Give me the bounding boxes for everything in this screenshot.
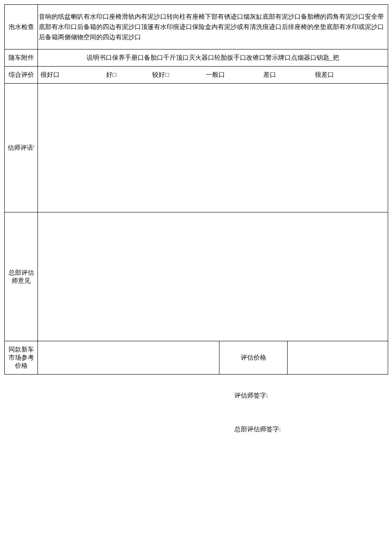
hq-appraiser-signature-label: 总部评估师签字: — [234, 425, 388, 433]
eval-good: 好□ — [86, 71, 136, 79]
eval-very-good: 很好口 — [40, 71, 86, 79]
hq-appraiser-opinion-label: 总部评估师意见 — [5, 212, 38, 341]
eval-average: 一般口 — [185, 71, 245, 79]
eval-bad: 差口 — [245, 71, 294, 79]
signature-block: 评估师签字: 总部评估师签字: — [4, 392, 388, 433]
row-appraiser-comment: 估师评语' — [5, 84, 388, 212]
appraiser-signature-label: 评估师签字: — [234, 392, 388, 400]
water-check-label: 泡水检查 — [5, 5, 38, 49]
row-overall-eval: 综合评价 很好口 好□ 较好□ 一般口 差口 很差口 — [5, 67, 388, 84]
eval-options-row: 很好口 好□ 较好□ 一般口 差口 很差口 — [39, 71, 387, 79]
accessories-content: 说明书口保养手册口备胎口千斤顶口灭火器口轮胎扳手口改锥口警示牌口点烟器口钥匙_把 — [38, 49, 388, 67]
appraisal-price-value — [288, 341, 388, 375]
evaluation-form-table: 泡水检查 音响的纸盆喇叭有水印口座椅滑轨内有泥沙口转向柱有座椅下部有锈迹口烟灰缸… — [4, 4, 388, 375]
same-model-price-label: 同款新车市场参考价格 — [5, 341, 38, 375]
accessories-label: 随车附件 — [5, 49, 38, 67]
same-model-price-value — [38, 341, 219, 375]
eval-fairly-good: 较好□ — [136, 71, 185, 79]
appraiser-comment-label: 估师评语' — [5, 84, 38, 212]
overall-eval-label: 综合评价 — [5, 67, 38, 84]
row-hq-appraiser-opinion: 总部评估师意见 — [5, 212, 388, 341]
appraisal-price-label: 评估价格 — [219, 341, 288, 375]
appraiser-comment-content — [38, 84, 388, 212]
water-check-content: 音响的纸盆喇叭有水印口座椅滑轨内有泥沙口转向柱有座椅下部有锈迹口烟灰缸底部有泥沙… — [38, 5, 388, 49]
overall-eval-options-cell: 很好口 好□ 较好□ 一般口 差口 很差口 — [38, 67, 388, 84]
hq-appraiser-opinion-content — [38, 212, 388, 341]
row-accessories: 随车附件 说明书口保养手册口备胎口千斤顶口灭火器口轮胎扳手口改锥口警示牌口点烟器… — [5, 49, 388, 67]
row-price: 同款新车市场参考价格 评估价格 — [5, 341, 388, 375]
eval-very-bad: 很差口 — [294, 71, 354, 79]
row-water-check: 泡水检查 音响的纸盆喇叭有水印口座椅滑轨内有泥沙口转向柱有座椅下部有锈迹口烟灰缸… — [5, 5, 388, 49]
